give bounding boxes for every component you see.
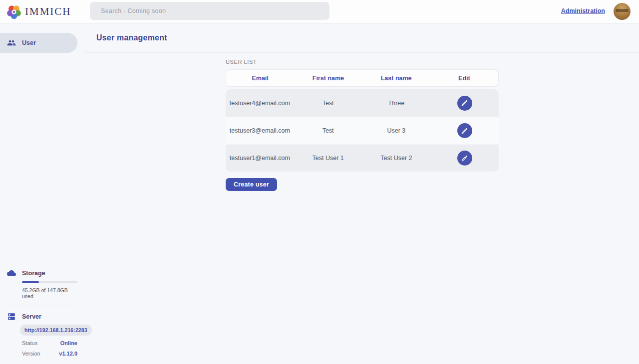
pencil-icon xyxy=(461,99,468,107)
column-header-email: Email xyxy=(226,75,294,82)
edit-user-button[interactable] xyxy=(457,123,472,138)
first-name-cell: Test User 1 xyxy=(294,155,362,162)
page-title: User management xyxy=(96,33,167,42)
edit-cell xyxy=(430,123,499,138)
first-name-cell: Test xyxy=(294,100,362,107)
edit-cell xyxy=(430,96,499,111)
brand-wordmark: IMMICH xyxy=(25,5,71,18)
server-status-row: Status Online xyxy=(22,340,77,346)
status-value: Online xyxy=(60,340,77,346)
immich-logo-icon xyxy=(7,5,21,19)
version-value: v1.12.0 xyxy=(59,351,77,357)
table-row: testuser1@email.comTest User 1Test User … xyxy=(226,144,499,172)
administration-link[interactable]: Administration xyxy=(561,7,605,14)
storage-title: Storage xyxy=(22,270,45,277)
sidebar-divider xyxy=(4,306,77,306)
edit-user-button[interactable] xyxy=(457,151,472,166)
server-version-row: Version v1.12.0 xyxy=(22,351,77,357)
storage-usage-text: 45.2GB of 147.8GB used xyxy=(22,287,77,299)
user-table: Email First name Last name Edit testuser… xyxy=(226,69,499,172)
main-content: User management USER LIST Email First na… xyxy=(85,23,639,364)
column-header-edit: Edit xyxy=(430,75,498,82)
users-icon xyxy=(7,38,16,47)
column-header-first-name: First name xyxy=(294,75,362,82)
user-list-label: USER LIST xyxy=(226,59,639,65)
last-name-cell: Three xyxy=(362,100,431,107)
server-url-badge: http://192.168.1.216:2283 xyxy=(20,325,92,336)
server-icon xyxy=(7,312,16,321)
last-name-cell: User 3 xyxy=(362,127,431,134)
cloud-icon xyxy=(7,269,16,278)
server-title: Server xyxy=(22,313,41,320)
table-row: testuser4@email.comTestThree xyxy=(226,89,499,117)
user-table-body: testuser4@email.comTestThreetestuser3@em… xyxy=(226,89,499,172)
storage-progress-fill xyxy=(22,281,39,283)
last-name-cell: Test User 2 xyxy=(362,155,431,162)
pencil-icon xyxy=(461,155,468,162)
sidebar-item-user[interactable]: User xyxy=(0,33,77,53)
version-label: Version xyxy=(22,351,40,357)
edit-user-button[interactable] xyxy=(457,96,472,111)
create-user-button[interactable]: Create user xyxy=(226,178,277,191)
storage-progress-bar xyxy=(22,281,77,283)
pencil-icon xyxy=(461,127,468,135)
sidebar: User Storage 45.2GB of 147.8GB used Serv… xyxy=(0,23,85,364)
storage-section-header: Storage xyxy=(7,269,77,278)
email-cell: testuser3@email.com xyxy=(226,127,294,134)
email-cell: testuser1@email.com xyxy=(226,155,294,162)
table-header-row: Email First name Last name Edit xyxy=(226,69,499,87)
user-avatar[interactable] xyxy=(614,3,631,20)
brand[interactable]: IMMICH xyxy=(7,0,71,23)
first-name-cell: Test xyxy=(294,127,362,134)
edit-cell xyxy=(430,151,499,166)
content-header: User management xyxy=(85,23,639,53)
search-input[interactable] xyxy=(90,2,329,20)
top-navbar: IMMICH Administration xyxy=(0,0,639,23)
column-header-last-name: Last name xyxy=(362,75,430,82)
table-row: testuser3@email.comTestUser 3 xyxy=(226,117,499,144)
email-cell: testuser4@email.com xyxy=(226,100,294,107)
server-section-header: Server xyxy=(7,312,77,321)
sidebar-item-label: User xyxy=(22,39,36,46)
sidebar-footer: Storage 45.2GB of 147.8GB used Server ht… xyxy=(0,269,85,364)
status-label: Status xyxy=(22,340,37,346)
